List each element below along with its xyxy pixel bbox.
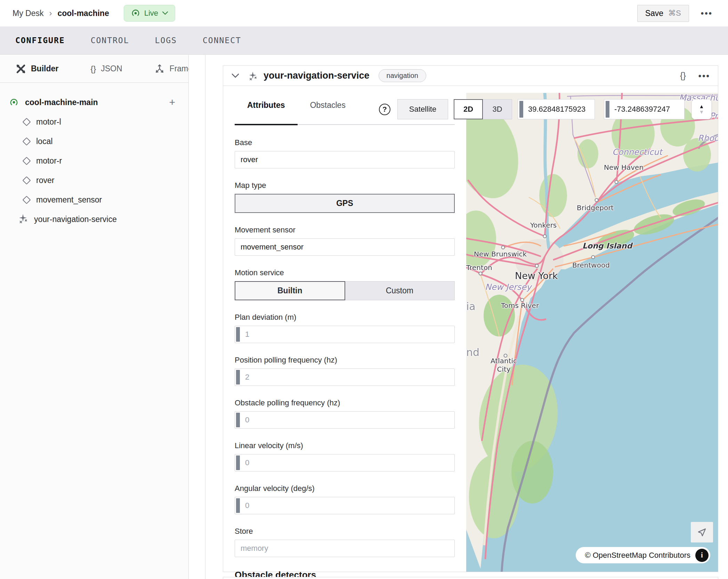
view-3d-button[interactable]: 3D [483, 99, 512, 119]
number-drag-handle[interactable] [519, 101, 523, 118]
obstacle-polling-label: Obstacle polling frequency (hz) [235, 398, 455, 407]
step-down-icon[interactable]: ▼ [699, 109, 704, 115]
field-movement-sensor: Movement sensor [235, 225, 455, 256]
tab-obstacles[interactable]: Obstacles [298, 86, 358, 124]
service-title: your-navigation-service [264, 70, 370, 81]
motion-service-label: Motion service [235, 268, 455, 277]
save-label: Save [645, 9, 663, 18]
service-sparkle-icon [247, 70, 259, 82]
store-label: Store [235, 527, 455, 536]
longitude-field [604, 99, 685, 119]
navigation-map[interactable]: MassachusProRhodConnecticutNew HavenBrid… [466, 93, 718, 572]
component-diamond-icon [22, 196, 31, 204]
top-bar: My Desk › cool-machine Live Save ⌘S ••• [0, 0, 728, 26]
plan-deviation-input[interactable] [240, 326, 454, 343]
component-diamond-icon [22, 118, 31, 126]
tab-connect[interactable]: CONNECT [201, 33, 243, 48]
number-drag-handle[interactable] [236, 327, 240, 342]
number-drag-handle[interactable] [236, 498, 240, 513]
motion-service-toggle: Builtin Custom [235, 281, 455, 300]
tab-attributes[interactable]: Attributes [235, 86, 298, 124]
obstacle-polling-input[interactable] [240, 412, 454, 428]
satellite-toggle-button[interactable]: Satellite [397, 99, 448, 119]
linear-velocity-input[interactable] [240, 454, 454, 471]
service-sparkle-icon [17, 212, 29, 226]
movement-sensor-label: Movement sensor [235, 225, 455, 235]
tree-root-cool-machine-main[interactable]: cool-machine-main + [0, 93, 188, 112]
machine-tab-bar: CONFIGURE CONTROL LOGS CONNECT [0, 26, 728, 55]
mode-frame[interactable]: Frame [154, 64, 193, 74]
topbar-menu-button[interactable]: ••• [701, 8, 713, 18]
map-city-dot [501, 246, 505, 249]
tree-item-local[interactable]: local [0, 132, 188, 151]
navigation-service-card: your-navigation-service navigation {} ••… [223, 65, 718, 572]
frame-axes-icon [154, 64, 165, 74]
base-input[interactable] [235, 151, 455, 168]
motion-builtin-option[interactable]: Builtin [235, 281, 345, 300]
store-input[interactable] [235, 540, 455, 557]
mode-json-label: JSON [101, 64, 122, 73]
navigate-arrow-icon [697, 527, 707, 538]
collapse-chevron-icon[interactable] [232, 73, 239, 78]
content-area: Builder {} JSON Frame cool-machine- [0, 55, 728, 579]
view-2d-button[interactable]: 2D [454, 99, 483, 119]
field-motion-service: Motion service Builtin Custom [235, 268, 455, 300]
breadcrumb-current: cool-machine [57, 9, 109, 18]
field-obstacle-polling: Obstacle polling frequency (hz) [235, 398, 455, 429]
number-drag-handle[interactable] [236, 455, 240, 470]
locate-button[interactable] [691, 522, 713, 542]
mode-builder[interactable]: Builder [16, 64, 58, 74]
movement-sensor-input[interactable] [235, 238, 455, 256]
breadcrumb-parent[interactable]: My Desk [13, 9, 43, 18]
map-city-dot [591, 255, 595, 259]
add-component-button[interactable]: + [169, 97, 175, 108]
field-angular-velocity: Angular velocity (deg/s) [235, 484, 455, 514]
tree-item-motor-l[interactable]: motor-l [0, 112, 188, 132]
field-map-type: Map type GPS [235, 181, 455, 213]
tree-item-your-navigation-service[interactable]: your-navigation-service [0, 209, 188, 229]
config-sidebar: Builder {} JSON Frame cool-machine- [0, 55, 189, 579]
machine-part-tree: cool-machine-main + motor-l local motor-… [0, 83, 188, 229]
step-up-icon[interactable]: ▲ [699, 104, 704, 110]
live-status-dropdown[interactable]: Live [124, 5, 175, 22]
tab-configure[interactable]: CONFIGURE [14, 33, 66, 48]
field-linear-velocity: Linear velocity (m/s) [235, 441, 455, 471]
view-mode-switcher: Builder {} JSON Frame [0, 55, 188, 83]
json-braces-button[interactable]: {} [680, 71, 686, 81]
info-icon[interactable]: i [695, 549, 709, 562]
tree-root-label: cool-machine-main [25, 98, 98, 107]
field-base: Base [235, 138, 455, 168]
motion-custom-option[interactable]: Custom [345, 281, 455, 300]
tree-item-rover[interactable]: rover [0, 170, 188, 190]
mode-builder-label: Builder [31, 64, 58, 73]
collapsed-rail [189, 55, 205, 579]
longitude-input[interactable] [609, 100, 684, 119]
number-drag-handle[interactable] [236, 370, 240, 384]
help-icon[interactable]: ? [379, 104, 390, 115]
save-button[interactable]: Save ⌘S [637, 5, 689, 22]
main-panel-area: your-navigation-service navigation {} ••… [205, 55, 728, 579]
tools-icon [16, 64, 26, 74]
map-city-dot [504, 354, 508, 358]
map-type-gps-button[interactable]: GPS [235, 194, 455, 213]
mode-json[interactable]: {} JSON [90, 64, 122, 74]
latitude-input[interactable] [523, 100, 594, 119]
tab-logs[interactable]: LOGS [154, 33, 178, 48]
service-menu-button[interactable]: ••• [698, 71, 710, 81]
tab-control[interactable]: CONTROL [89, 33, 131, 48]
number-drag-handle[interactable] [606, 101, 609, 118]
component-diamond-icon [22, 157, 31, 165]
map-control-bar: ? Satellite 2D 3D ▲ ▼ [379, 99, 712, 119]
component-diamond-icon [22, 137, 31, 145]
attributes-form: Attributes Obstacles Base Map type GPS M… [235, 86, 455, 579]
position-polling-input[interactable] [240, 369, 454, 386]
tree-item-movement-sensor[interactable]: movement_sensor [0, 190, 188, 209]
angular-velocity-input[interactable] [240, 497, 454, 514]
number-drag-handle[interactable] [236, 413, 240, 427]
braces-icon: {} [90, 64, 96, 74]
service-type-badge: navigation [379, 69, 426, 82]
tree-item-motor-r[interactable]: motor-r [0, 151, 188, 170]
field-plan-deviation: Plan deviation (m) [235, 313, 455, 343]
coordinate-stepper[interactable]: ▲ ▼ [691, 99, 712, 119]
position-polling-label: Position polling frequency (hz) [235, 356, 455, 365]
